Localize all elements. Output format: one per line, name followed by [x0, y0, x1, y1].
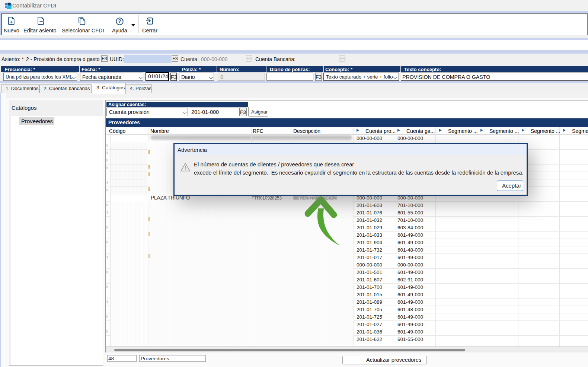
- svg-text:?: ?: [118, 18, 121, 24]
